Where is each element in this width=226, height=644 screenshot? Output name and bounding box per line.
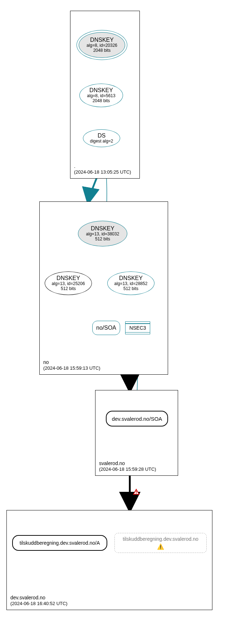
zone-no-label: no (2024-06-18 15:59:13 UTC): [43, 359, 100, 371]
node-sv-soa-label: dev.svalerod.no/SOA: [112, 416, 162, 422]
node-dev-name-label: tilskuddberegning.dev.svalerod.no: [123, 536, 198, 542]
node-no-key1-sub1: alg=13, id=25206: [52, 281, 85, 286]
node-no-ksk-title: DNSKEY: [91, 225, 114, 232]
node-no-key1: DNSKEY alg=13, id=25206 512 bits: [45, 271, 92, 295]
node-root-zsk-sub1: alg=8, id=5613: [87, 94, 115, 99]
zone-devsvalerod-label: dev.svalerod.no (2024-06-18 16:40:52 UTC…: [10, 594, 68, 607]
svg-rect-0: [136, 491, 137, 493]
zone-devsvalerod-name: dev.svalerod.no: [10, 594, 68, 601]
node-no-nsec3: NSEC3: [125, 321, 150, 334]
zone-root-ts: (2024-06-18 13:05:25 UTC): [74, 169, 131, 175]
node-root-zsk-title: DNSKEY: [89, 87, 113, 94]
node-dev-a-label: tilskuddberegning.dev.svalerod.no/A: [20, 540, 100, 546]
dnssec-diagram: . (2024-06-18 13:05:25 UTC) DNSKEY alg=8…: [0, 0, 226, 644]
node-sv-soa: dev.svalerod.no/SOA: [106, 411, 168, 426]
zone-root-name: .: [74, 163, 131, 169]
node-no-soa-label: no/SOA: [96, 325, 116, 331]
svg-rect-1: [136, 493, 137, 494]
node-dev-name: tilskuddberegning.dev.svalerod.no ⚠️: [114, 533, 207, 553]
node-dev-a: tilskuddberegning.dev.svalerod.no/A: [12, 535, 107, 551]
node-no-nsec3-label: NSEC3: [129, 325, 146, 331]
node-root-ksk-sub1: alg=8, id=20326: [87, 43, 117, 48]
node-no-ksk: DNSKEY alg=13, id=38032 512 bits: [78, 221, 127, 246]
node-root-ksk: DNSKEY alg=8, id=20326 2048 bits: [79, 32, 125, 58]
zone-svalerod-ts: (2024-06-18 15:59:28 UTC): [99, 466, 156, 473]
node-root-ksk-title: DNSKEY: [90, 37, 114, 43]
warning-icon: ⚠️: [157, 543, 164, 550]
node-no-soa: no/SOA: [92, 321, 120, 335]
node-root-ksk-sub2: 2048 bits: [93, 48, 111, 53]
node-root-zsk-sub2: 2048 bits: [93, 99, 110, 104]
zone-root-label: . (2024-06-18 13:05:25 UTC): [74, 163, 131, 175]
node-no-key2-title: DNSKEY: [119, 275, 143, 281]
node-root-ds: DS digest alg=2: [83, 129, 120, 147]
zone-svalerod-name: svalerod.no: [99, 460, 156, 466]
node-no-key1-title: DNSKEY: [56, 275, 80, 281]
zone-no-ts: (2024-06-18 15:59:13 UTC): [43, 365, 100, 371]
zone-svalerod: svalerod.no (2024-06-18 15:59:28 UTC): [95, 390, 178, 476]
node-no-ksk-sub1: alg=13, id=38032: [86, 232, 119, 237]
node-root-zsk: DNSKEY alg=8, id=5613 2048 bits: [79, 84, 123, 107]
node-no-ksk-sub2: 512 bits: [95, 237, 110, 242]
node-no-key2-sub1: alg=13, id=28852: [114, 281, 148, 286]
zone-devsvalerod-ts: (2024-06-18 16:40:52 UTC): [10, 601, 68, 607]
node-root-ds-title: DS: [98, 133, 105, 139]
node-root-ds-sub1: digest alg=2: [90, 139, 113, 144]
zone-devsvalerod: dev.svalerod.no (2024-06-18 16:40:52 UTC…: [6, 510, 212, 610]
node-no-key2: DNSKEY alg=13, id=28852 512 bits: [107, 271, 154, 295]
node-no-key2-sub2: 512 bits: [123, 286, 138, 291]
zone-no-name: no: [43, 359, 100, 365]
node-no-key1-sub2: 512 bits: [61, 286, 76, 291]
zone-svalerod-label: svalerod.no (2024-06-18 15:59:28 UTC): [99, 460, 156, 473]
